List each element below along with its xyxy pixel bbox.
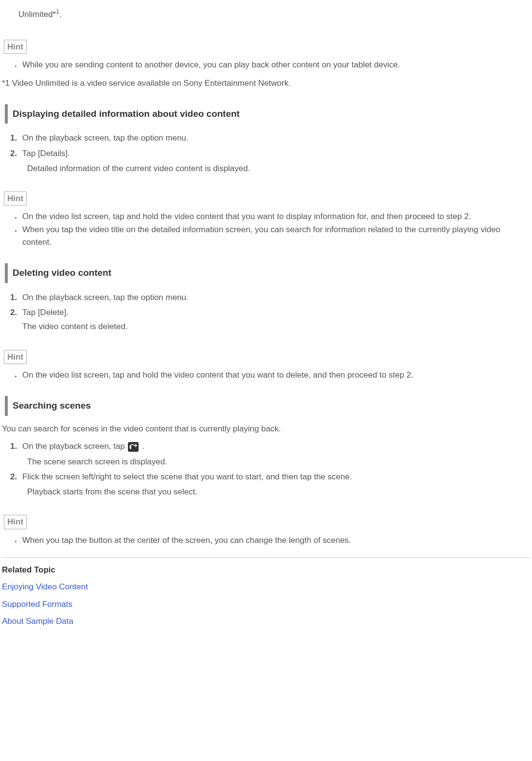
step-text: Tap [Delete].	[22, 308, 68, 317]
related-link-enjoying-video[interactable]: Enjoying Video Content	[2, 581, 530, 593]
related-separator	[2, 557, 530, 558]
step-subtext: Playback starts from the scene that you …	[22, 485, 530, 498]
hint-label: Hint	[4, 40, 27, 54]
hint-label: Hint	[4, 350, 27, 365]
step-item: Flick the screen left/right to select th…	[19, 469, 530, 499]
hint-item: While you are sending content to another…	[21, 59, 530, 71]
intro-prefix: Unlimited*	[18, 10, 56, 19]
section-heading-searching-scenes: Searching scenes	[5, 396, 530, 416]
hint-list-4: When you tap the button at the center of…	[16, 534, 530, 547]
footnote-ref-1: 1	[56, 8, 59, 15]
intro-suffix: .	[60, 10, 62, 19]
related-link-supported-formats[interactable]: Supported Formats	[2, 598, 530, 611]
step-item: On the playback screen, tap . The scene …	[19, 439, 530, 469]
hint-item: On the video list screen, tap and hold t…	[21, 210, 530, 223]
hint-list-2: On the video list screen, tap and hold t…	[16, 210, 530, 249]
step-subtext: Detailed information of the current vide…	[22, 162, 530, 175]
hint-list-1: While you are sending content to another…	[16, 59, 530, 71]
step-item: On the playback screen, tap the option m…	[19, 130, 530, 145]
step-item: Tap [Details]. Detailed information of t…	[19, 146, 530, 176]
step-text-after: .	[140, 442, 144, 451]
step-text-before: On the playback screen, tap	[22, 442, 127, 451]
step-subtext: The video content is deleted.	[22, 320, 530, 333]
hint-label: Hint	[4, 191, 27, 206]
scene-search-icon	[128, 442, 139, 452]
hint-item: On the video list screen, tap and hold t…	[21, 369, 530, 381]
footnote-1: *1 Video Unlimited is a video service av…	[2, 77, 530, 90]
step-text: On the playback screen, tap the option m…	[22, 133, 188, 143]
hint-item: When you tap the button at the center of…	[21, 534, 530, 547]
step-text: Flick the screen left/right to select th…	[22, 472, 352, 481]
related-topic-label: Related Topic	[2, 564, 530, 576]
intro-fragment: Unlimited*1.	[2, 8, 530, 21]
section-intro: You can search for scenes in the video c…	[2, 423, 530, 435]
steps-list-2: On the playback screen, tap the option m…	[11, 290, 530, 334]
step-subtext: The scene search screen is displayed.	[22, 455, 530, 468]
document-body: Unlimited*1. Hint While you are sending …	[0, 8, 532, 642]
hint-item: When you tap the video title on the deta…	[21, 223, 530, 249]
section-heading-deleting: Deleting video content	[5, 263, 530, 283]
section-heading-detailed-info: Displaying detailed information about vi…	[5, 104, 530, 124]
steps-list-3: On the playback screen, tap . The scene …	[11, 439, 530, 499]
hint-list-3: On the video list screen, tap and hold t…	[16, 369, 530, 381]
step-item: Tap [Delete]. The video content is delet…	[19, 305, 530, 334]
step-text: Tap [Details].	[22, 149, 70, 158]
step-item: On the playback screen, tap the option m…	[19, 290, 530, 305]
related-link-about-sample-data[interactable]: About Sample Data	[2, 615, 530, 628]
steps-list-1: On the playback screen, tap the option m…	[11, 130, 530, 176]
step-text: On the playback screen, tap the option m…	[22, 293, 188, 302]
hint-label: Hint	[4, 515, 27, 529]
